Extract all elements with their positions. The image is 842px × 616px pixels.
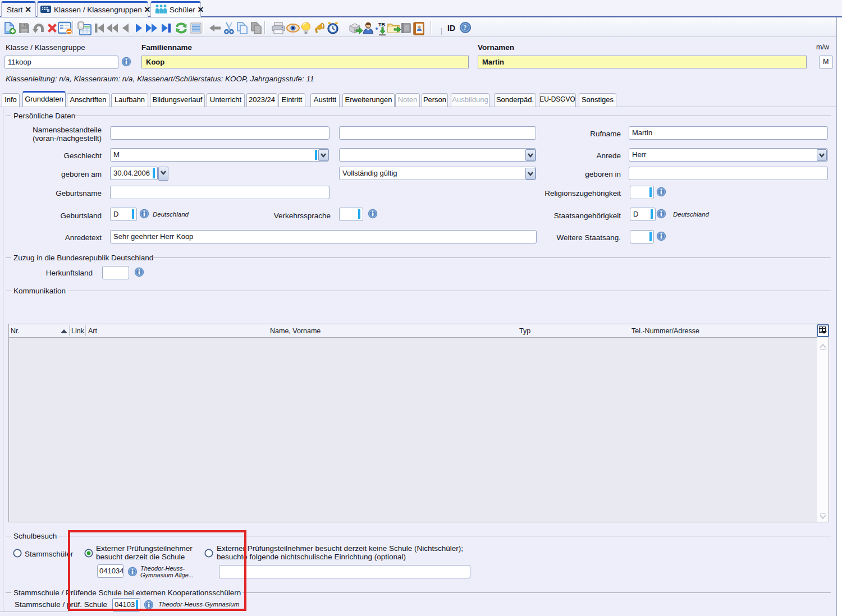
svg-text:TB: TB [378,22,385,27]
svg-text:?: ? [463,24,466,31]
